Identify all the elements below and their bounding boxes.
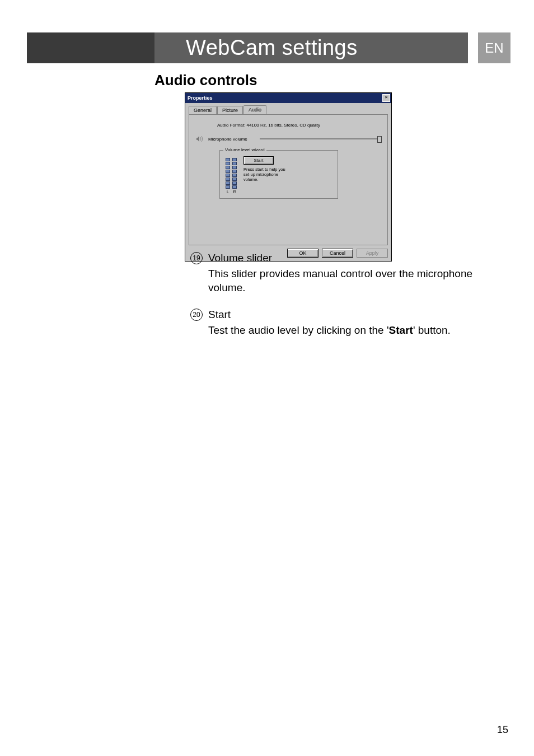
entry-20: 20 Start Test the audio level by clickin… bbox=[190, 307, 487, 337]
tab-strip: General Picture Audio bbox=[185, 103, 391, 114]
level-meters: L R bbox=[226, 156, 237, 194]
properties-window: Properties × General Picture Audio Audio… bbox=[185, 92, 392, 262]
entry-20-desc: Test the audio level by clicking on the … bbox=[208, 323, 487, 338]
entry-19: 19 Volume slider This slider provides ma… bbox=[190, 251, 487, 295]
slider-thumb[interactable] bbox=[377, 136, 382, 143]
close-icon[interactable]: × bbox=[382, 94, 390, 102]
meter-right-label: R bbox=[233, 190, 236, 194]
page-number: 15 bbox=[497, 724, 508, 736]
meter-left-label: L bbox=[227, 190, 229, 194]
microphone-volume-label: Microphone volume bbox=[208, 137, 255, 142]
chapter-tab bbox=[27, 32, 154, 63]
tab-picture[interactable]: Picture bbox=[217, 106, 243, 115]
language-badge: EN bbox=[478, 32, 510, 63]
wizard-legend: Volume level wizard bbox=[223, 147, 266, 152]
tab-audio[interactable]: Audio bbox=[243, 105, 266, 114]
audio-format-label: Audio Format: 44100 Hz, 16 bits, Stereo,… bbox=[217, 123, 381, 128]
entry-19-desc: This slider provides manual control over… bbox=[208, 267, 487, 295]
microphone-volume-row: Microphone volume bbox=[196, 136, 381, 142]
level-meter-right bbox=[232, 156, 237, 189]
wizard-help-text: Press start to help you set-up microphon… bbox=[243, 167, 288, 182]
entry-19-number: 19 bbox=[190, 252, 203, 264]
body-text: 19 Volume slider This slider provides ma… bbox=[190, 251, 487, 349]
tab-general[interactable]: General bbox=[189, 106, 217, 115]
window-titlebar: Properties × bbox=[185, 93, 391, 103]
entry-19-title: Volume slider bbox=[208, 251, 487, 265]
level-meter-left bbox=[226, 156, 230, 189]
start-button[interactable]: Start bbox=[243, 156, 274, 165]
properties-dialog-screenshot: Properties × General Picture Audio Audio… bbox=[185, 92, 392, 262]
window-title: Properties bbox=[188, 95, 213, 101]
volume-level-wizard-group: Volume level wizard L bbox=[219, 150, 338, 199]
entry-20-number: 20 bbox=[190, 309, 203, 321]
entry-20-title: Start bbox=[208, 307, 487, 322]
section-title: WebCam settings bbox=[154, 32, 468, 63]
page-header: WebCam settings EN bbox=[27, 32, 510, 63]
tab-page-audio: Audio Format: 44100 Hz, 16 bits, Stereo,… bbox=[189, 114, 388, 245]
microphone-volume-slider[interactable] bbox=[260, 138, 381, 139]
speaker-icon bbox=[196, 136, 204, 142]
subheading: Audio controls bbox=[154, 72, 257, 89]
